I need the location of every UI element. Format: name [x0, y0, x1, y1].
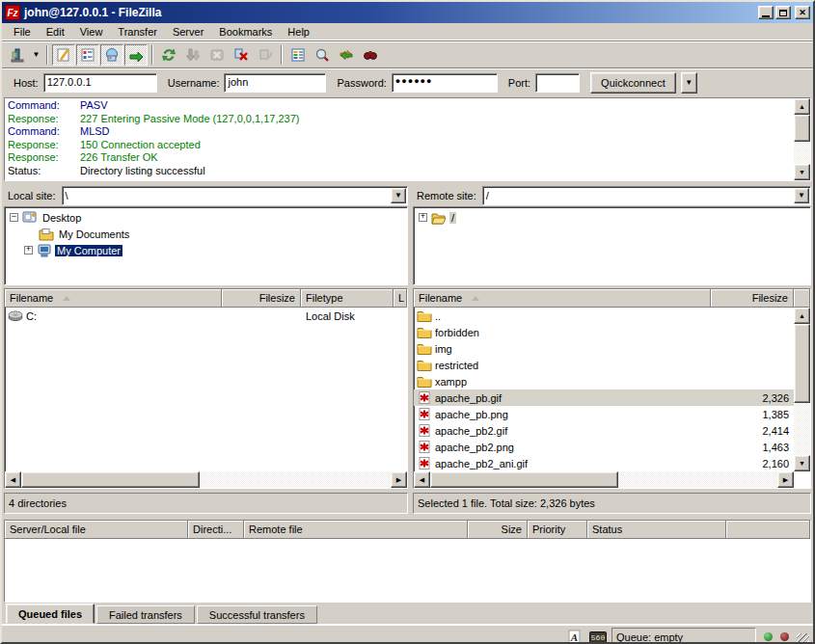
svg-text:A: A: [570, 631, 578, 643]
disconnect-icon[interactable]: [230, 44, 253, 66]
scroll-left-icon[interactable]: ◀: [414, 471, 430, 488]
local-list-header: Filename Filesize Filetype L: [5, 289, 407, 308]
combo-dropdown-icon[interactable]: ▼: [391, 188, 406, 203]
local-list-hscrollbar[interactable]: ◀ ▶: [5, 471, 407, 488]
toggle-remote-tree-icon[interactable]: [100, 44, 123, 66]
filezilla-app-icon: Fz: [5, 5, 20, 20]
tree-item-my-documents[interactable]: My Documents: [5, 226, 407, 242]
menu-server[interactable]: Server: [165, 24, 211, 40]
menu-bar: File Edit View Transfer Server Bookmarks…: [2, 23, 813, 40]
scroll-up-icon[interactable]: ▲: [794, 98, 810, 115]
tree-item-my-computer[interactable]: + My Computer: [5, 242, 407, 258]
site-manager-dropdown-icon[interactable]: ▼: [30, 44, 42, 66]
menu-help[interactable]: Help: [280, 24, 317, 40]
host-input[interactable]: 127.0.0.1: [43, 73, 157, 93]
column-header-direction[interactable]: Directi...: [188, 521, 244, 539]
remote-file-row[interactable]: restricted: [414, 357, 794, 373]
column-header-server-local-file[interactable]: Server/Local file: [5, 521, 188, 539]
menu-transfer[interactable]: Transfer: [110, 24, 165, 40]
remote-file-row[interactable]: forbidden: [414, 324, 794, 340]
cancel-operation-icon[interactable]: [205, 44, 229, 66]
remote-file-row-selected[interactable]: apache_pb.gif 2,326: [414, 389, 794, 406]
column-header-filename[interactable]: Filename: [5, 289, 222, 308]
process-queue-icon[interactable]: [181, 44, 204, 66]
queue-list-empty[interactable]: [5, 539, 810, 602]
remote-file-row[interactable]: apache_pb.png 1,385: [414, 406, 794, 422]
expand-icon[interactable]: +: [419, 213, 427, 222]
maximize-button[interactable]: [775, 6, 791, 19]
password-input[interactable]: ●●●●●●: [392, 73, 498, 93]
username-label: Username:: [168, 77, 220, 89]
remote-tree: + /: [413, 206, 811, 285]
close-button[interactable]: ✕: [795, 6, 810, 19]
remote-file-row[interactable]: xampp: [414, 373, 794, 389]
column-header-filename[interactable]: Filename: [414, 289, 711, 308]
remote-status: Selected 1 file. Total size: 2,326 bytes: [413, 493, 811, 514]
menu-file[interactable]: File: [6, 24, 39, 40]
column-header-remote-file[interactable]: Remote file: [244, 521, 468, 539]
tab-queued-files[interactable]: Queued files: [6, 604, 95, 624]
column-header-priority[interactable]: Priority: [528, 521, 587, 539]
expand-icon[interactable]: +: [24, 246, 33, 255]
tab-failed-transfers[interactable]: Failed transfers: [96, 605, 195, 624]
remote-list-hscrollbar[interactable]: ◀ ▶: [414, 471, 794, 488]
directory-compare-icon[interactable]: [311, 44, 334, 66]
remote-file-row[interactable]: apache_pb2.png 1,463: [414, 439, 794, 455]
remote-file-row[interactable]: ..: [414, 308, 794, 324]
remote-file-row[interactable]: img: [414, 340, 794, 357]
toolbar-separator: [151, 45, 153, 65]
scroll-down-icon[interactable]: ▼: [794, 455, 810, 471]
menu-edit[interactable]: Edit: [39, 24, 72, 40]
combo-dropdown-icon[interactable]: ▼: [794, 188, 809, 203]
tab-successful-transfers[interactable]: Successful transfers: [197, 605, 317, 624]
file-lists: Filename Filesize Filetype L C: Loca: [2, 288, 813, 489]
local-file-row[interactable]: C: Local Disk: [5, 308, 407, 324]
transfer-type-ascii-icon[interactable]: A: [565, 629, 584, 644]
folder-icon: [417, 326, 432, 338]
remote-file-list: Filename Filesize .. forbidden: [413, 288, 811, 489]
menu-bookmarks[interactable]: Bookmarks: [211, 24, 280, 40]
toolbar-separator: [46, 45, 48, 65]
column-header-status[interactable]: Status: [587, 521, 726, 539]
username-input[interactable]: john: [224, 73, 326, 93]
column-header-filetype[interactable]: Filetype: [301, 289, 394, 308]
port-input[interactable]: [535, 73, 580, 93]
scroll-right-icon[interactable]: ▶: [777, 471, 794, 488]
remote-file-row[interactable]: apache_pb2_ani.gif 2,160: [414, 455, 794, 471]
remote-list-vscrollbar[interactable]: ▲ ▼: [794, 308, 810, 471]
quickconnect-dropdown-icon[interactable]: ▼: [681, 72, 697, 94]
find-files-icon[interactable]: [359, 44, 382, 66]
remote-file-row[interactable]: apache_pb2.gif 2,414: [414, 422, 794, 439]
queue-tabs: Queued files Failed transfers Successful…: [2, 603, 813, 625]
toggle-local-tree-icon[interactable]: [76, 44, 99, 66]
tree-item-root[interactable]: + /: [414, 209, 810, 226]
collapse-icon[interactable]: −: [10, 213, 18, 222]
local-file-list: Filename Filesize Filetype L C: Loca: [4, 288, 408, 489]
minimize-button[interactable]: [758, 6, 774, 19]
column-header-filesize[interactable]: Filesize: [711, 289, 794, 308]
scroll-right-icon[interactable]: ▶: [391, 471, 407, 488]
speed-limits-icon[interactable]: 560: [588, 629, 608, 644]
log-scrollbar[interactable]: ▲ ▼: [794, 98, 810, 180]
synchronized-browsing-icon[interactable]: [335, 44, 358, 66]
remote-site-combo[interactable]: / ▼: [482, 186, 811, 205]
menu-view[interactable]: View: [72, 24, 111, 40]
list-status-row: 4 directories Selected 1 file. Total siz…: [2, 491, 813, 514]
scroll-down-icon[interactable]: ▼: [794, 164, 810, 180]
tree-item-desktop[interactable]: − Desktop: [5, 209, 407, 226]
remote-list-header: Filename Filesize: [414, 289, 810, 308]
resize-grip[interactable]: [797, 633, 809, 644]
column-header-lastmodified[interactable]: L: [394, 289, 407, 308]
toggle-message-log-icon[interactable]: [52, 44, 75, 66]
local-site-combo[interactable]: \ ▼: [62, 186, 408, 205]
site-manager-icon[interactable]: [6, 44, 29, 66]
toggle-transfer-queue-icon[interactable]: [124, 44, 148, 66]
scroll-up-icon[interactable]: ▲: [794, 308, 810, 324]
quickconnect-button[interactable]: Quickconnect: [590, 72, 676, 94]
column-header-size[interactable]: Size: [468, 521, 528, 539]
refresh-icon[interactable]: [157, 44, 180, 66]
directory-filter-icon[interactable]: [286, 44, 310, 66]
column-header-filesize[interactable]: Filesize: [222, 289, 301, 308]
scroll-left-icon[interactable]: ◀: [5, 471, 21, 488]
reconnect-icon[interactable]: [254, 44, 277, 66]
